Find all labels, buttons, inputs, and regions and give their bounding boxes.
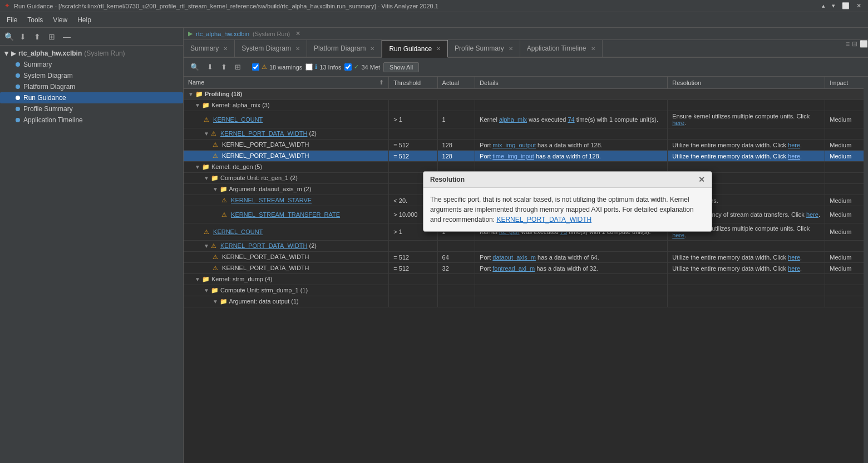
menu-tools[interactable]: Tools — [23, 14, 47, 26]
alpha-mix-link[interactable]: alpha_mix — [499, 116, 527, 123]
tab-application-timeline[interactable]: Application Timeline ✕ — [520, 40, 603, 57]
here-link[interactable]: here — [788, 153, 800, 160]
infos-filter[interactable]: ℹ 13 Infos — [305, 63, 341, 71]
kernel-count-link[interactable]: KERNEL_COUNT — [213, 116, 263, 123]
sidebar-root-item[interactable]: ▶ ▶ rtc_alpha_hw.xclbin (System Run) — [0, 48, 183, 59]
col-header-threshold: Threshold — [389, 77, 437, 89]
table-row: ⚠ KERNEL_PORT_DATA_WIDTH = 512 128 Port … — [184, 151, 868, 162]
met-filter[interactable]: ✓ 34 Met — [344, 63, 380, 71]
port-link[interactable]: dataout_axis_m — [492, 254, 536, 261]
impact-cell: Medium — [825, 151, 868, 162]
popup-title: Resolution — [430, 176, 465, 183]
chevron-down-icon[interactable]: ▼ — [195, 102, 200, 108]
here-link[interactable]: here — [788, 254, 800, 261]
chevron-down-icon[interactable]: ▼ — [204, 243, 209, 249]
dot-icon — [16, 118, 20, 122]
sidebar-item-summary[interactable]: Summary — [0, 59, 183, 70]
table-row: ⚠ KERNEL_PORT_DATA_WIDTH = 512 128 Port … — [184, 140, 868, 151]
tab-run-guidance[interactable]: Run Guidance ✕ — [382, 40, 448, 58]
tab-close-icon[interactable]: ✕ — [436, 46, 441, 52]
port-link[interactable]: mix_img_output — [492, 142, 536, 148]
group-label: Kernel: alpha_mix (3) — [211, 102, 270, 108]
warning-icon: ⚠ — [221, 211, 227, 218]
tab-summary[interactable]: Summary ✕ — [184, 40, 235, 57]
here-link[interactable]: here — [672, 120, 684, 126]
infos-label: 13 Infos — [319, 64, 341, 71]
tab-close-icon[interactable]: ✕ — [223, 46, 228, 52]
warnings-filter[interactable]: ⚠ 18 warnings — [252, 63, 302, 71]
search-button[interactable]: 🔍 — [188, 62, 201, 72]
chevron-down-icon[interactable]: ▼ — [213, 298, 218, 305]
vertical-scrollbar[interactable] — [864, 77, 868, 463]
met-checkbox[interactable] — [344, 63, 352, 71]
title-bar: ✦ Run Guidance - [/scratch/xilinx/rtl_ke… — [0, 0, 868, 12]
menu-help[interactable]: Help — [73, 14, 96, 26]
collapse-button[interactable]: ⬇ — [205, 62, 215, 72]
link-icon[interactable]: ⊞ — [46, 31, 57, 42]
minimize-btn[interactable]: ▴ — [820, 2, 827, 9]
chevron-down-icon[interactable]: ▼ — [195, 276, 200, 282]
search-icon[interactable]: 🔍 — [4, 32, 14, 41]
warnings-checkbox[interactable] — [252, 63, 259, 71]
close-file-icon[interactable]: ✕ — [295, 30, 300, 37]
sidebar-item-platform-diagram[interactable]: Platform Diagram — [0, 81, 183, 92]
show-all-button[interactable]: Show All — [383, 62, 419, 72]
here-link[interactable]: here — [806, 211, 818, 218]
restore-btn[interactable]: ▾ — [830, 2, 837, 9]
dash-icon[interactable]: — — [61, 31, 73, 42]
kernel-count-link[interactable]: KERNEL_COUNT — [213, 228, 263, 235]
tab-maximize-icon[interactable]: ⬜ — [860, 40, 868, 57]
kernel-port-width-link[interactable]: KERNEL_PORT_DATA_WIDTH — [220, 242, 307, 249]
here-link[interactable]: here — [788, 142, 800, 148]
title-text: Run Guidance - [/scratch/xilinx/rtl_kern… — [14, 3, 438, 9]
count-link[interactable]: 74 — [568, 116, 574, 123]
collapse-all-icon[interactable]: ⬇ — [17, 31, 28, 42]
chevron-down-icon[interactable]: ▼ — [204, 131, 209, 137]
here-link[interactable]: here — [788, 265, 800, 272]
port-link[interactable]: fontread_axi_m — [492, 265, 535, 272]
grid-button[interactable]: ⊞ — [233, 62, 243, 72]
infos-checkbox[interactable] — [305, 63, 313, 71]
tab-platform-diagram[interactable]: Platform Diagram ✕ — [307, 40, 382, 57]
popup-kernel-link[interactable]: KERNEL_PORT_DATA_WIDTH — [496, 216, 591, 223]
sidebar-item-label: Summary — [23, 61, 52, 68]
tab-close-icon[interactable]: ✕ — [370, 46, 374, 52]
chevron-down-icon[interactable]: ▼ — [204, 175, 209, 181]
kernel-port-width-link[interactable]: KERNEL_PORT_DATA_WIDTH — [220, 130, 307, 137]
table-row: ▼ ⚠ KERNEL_PORT_DATA_WIDTH (2) — [184, 128, 868, 140]
here-link[interactable]: here — [672, 232, 684, 238]
window-controls[interactable]: ▴ ▾ ⬜ ✕ — [820, 2, 864, 9]
sidebar-item-label: System Diagram — [23, 72, 73, 79]
chevron-down-icon[interactable]: ▼ — [204, 287, 209, 293]
kernel-stream-transfer-link[interactable]: KERNEL_STREAM_TRANSFER_RATE — [231, 211, 340, 218]
tab-label: Application Timeline — [527, 44, 586, 52]
sidebar-item-profile-summary[interactable]: Profile Summary — [0, 103, 183, 114]
tab-profile-summary[interactable]: Profile Summary ✕ — [448, 40, 520, 57]
expand-button[interactable]: ⬆ — [219, 62, 229, 72]
sidebar-item-run-guidance[interactable]: Run Guidance — [0, 92, 183, 103]
tab-close-icon[interactable]: ✕ — [591, 46, 595, 52]
table-row: ▼ 📁 Profiling (18) — [184, 89, 868, 100]
chevron-down-icon[interactable]: ▼ — [195, 164, 200, 170]
expand-all-icon[interactable]: ⬆ — [32, 31, 43, 42]
tab-close-icon[interactable]: ✕ — [509, 46, 513, 52]
kernel-stream-starve-link[interactable]: KERNEL_STREAM_STARVE — [231, 197, 312, 203]
menu-view[interactable]: View — [48, 14, 72, 26]
tab-tile-icon[interactable]: ⊟ — [852, 40, 857, 57]
content-area: ▶ rtc_alpha_hw.xclbin (System Run) ✕ Sum… — [184, 28, 868, 463]
resolution-cell: Ensure kernel utilizes multiple compute … — [668, 111, 825, 128]
sidebar-item-application-timeline[interactable]: Application Timeline — [0, 114, 183, 126]
popup-close-button[interactable]: ✕ — [698, 175, 705, 184]
sidebar-item-system-diagram[interactable]: System Diagram — [0, 70, 183, 81]
port-link[interactable]: time_img_input — [492, 153, 534, 160]
tab-system-diagram[interactable]: System Diagram ✕ — [235, 40, 307, 57]
maximize-btn[interactable]: ⬜ — [840, 2, 852, 9]
sidebar: 🔍 ⬇ ⬆ ⊞ — ▶ ▶ rtc_alpha_hw.xclbin (Syste… — [0, 28, 184, 463]
close-btn[interactable]: ✕ — [854, 2, 864, 9]
tab-close-icon[interactable]: ✕ — [295, 46, 300, 52]
actual-cell: 128 — [437, 151, 475, 162]
tab-list-icon[interactable]: ≡ — [846, 40, 850, 57]
chevron-down-icon[interactable]: ▼ — [213, 186, 218, 192]
chevron-down-icon[interactable]: ▼ — [188, 91, 194, 97]
menu-file[interactable]: File — [2, 14, 22, 26]
